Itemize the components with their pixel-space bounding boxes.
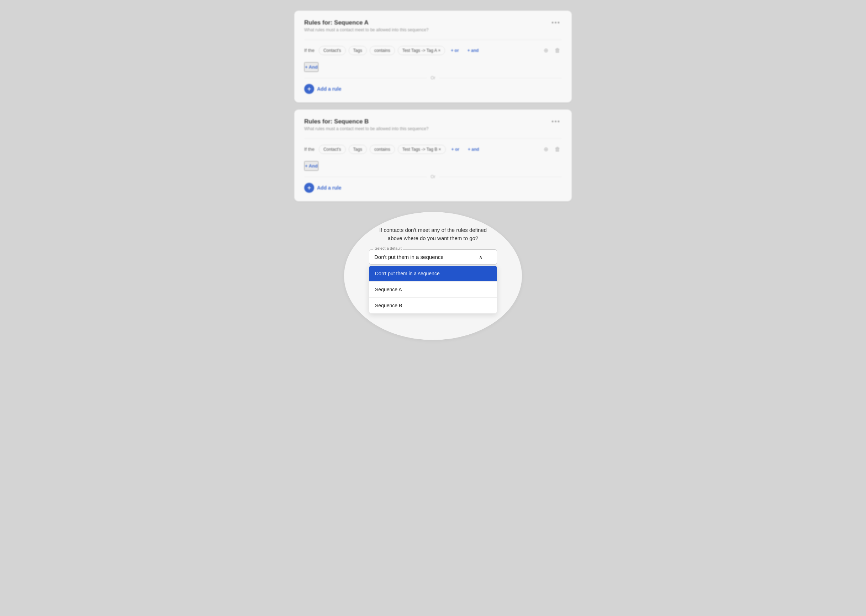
rule-actions-a: ⊕ 🗑 — [542, 46, 562, 55]
if-the-label-b: If the — [304, 146, 315, 152]
dropdown-item-0[interactable]: Don't put them in a sequence — [369, 266, 497, 281]
select-label: Select a default — [373, 246, 403, 250]
rule-card-sequence-a: Rules for: Sequence A What rules must a … — [294, 11, 572, 102]
pill-contacts-b[interactable]: Contact's — [319, 145, 346, 154]
card-header-a: Rules for: Sequence A What rules must a … — [304, 19, 562, 32]
chevron-up-icon: ∧ — [479, 254, 482, 260]
add-circle-b: + — [304, 183, 314, 193]
card-subtitle-b: What rules must a contact meet to be all… — [304, 126, 429, 131]
dropdown-menu: Don't put them in a sequence Sequence A … — [369, 265, 497, 314]
or-btn-b[interactable]: + or — [449, 145, 462, 153]
pill-tags-a[interactable]: Tags — [349, 46, 367, 55]
card-subtitle-a: What rules must a contact meet to be all… — [304, 27, 429, 32]
add-rule-row-b: + Add a rule — [304, 183, 562, 193]
card-title-b: Rules for: Sequence B — [304, 118, 429, 125]
card-title-a: Rules for: Sequence A — [304, 19, 429, 26]
add-and-b[interactable]: + And — [304, 161, 318, 171]
card-header-text-b: Rules for: Sequence B What rules must a … — [304, 118, 429, 131]
delete-rule-a[interactable]: 🗑 — [553, 46, 562, 55]
pill-contains-a[interactable]: contains — [370, 46, 395, 55]
select-container: Select a default Don't put them in a seq… — [369, 249, 497, 314]
if-the-label-a: If the — [304, 48, 315, 53]
pill-contacts-a[interactable]: Contact's — [319, 46, 346, 55]
more-options-b[interactable]: ••• — [550, 118, 562, 126]
and-btn-b[interactable]: + and — [465, 145, 482, 153]
pill-tag-value-b[interactable]: Test Tags -> Tag B × — [398, 145, 446, 154]
rule-row-a: If the Contact's Tags contains Test Tags… — [304, 39, 562, 61]
or-divider-a: Or — [304, 75, 562, 80]
card-header-text-a: Rules for: Sequence A What rules must a … — [304, 19, 429, 32]
and-btn-a[interactable]: + and — [464, 47, 482, 54]
bottom-panel-oval: If contacts don't meet any of the rules … — [344, 212, 522, 340]
rule-actions-b: ⊕ 🗑 — [542, 145, 562, 154]
rule-row-b: If the Contact's Tags contains Test Tags… — [304, 138, 562, 160]
copy-rule-a[interactable]: ⊕ — [542, 46, 550, 55]
add-and-a[interactable]: + And — [304, 62, 318, 72]
add-rule-btn-a[interactable]: + Add a rule — [304, 84, 341, 94]
bottom-panel-wrapper: If contacts don't meet any of the rules … — [294, 212, 572, 340]
more-options-a[interactable]: ••• — [550, 19, 562, 27]
copy-rule-b[interactable]: ⊕ — [542, 145, 550, 154]
or-divider-b: Or — [304, 174, 562, 179]
add-rule-row-a: + Add a rule — [304, 84, 562, 94]
bottom-panel-description: If contacts don't meet any of the rules … — [373, 226, 493, 242]
add-rule-btn-b[interactable]: + Add a rule — [304, 183, 341, 193]
page-container: Rules for: Sequence A What rules must a … — [294, 11, 572, 340]
delete-rule-b[interactable]: 🗑 — [553, 145, 562, 154]
select-value: Don't put them in a sequence — [374, 254, 444, 260]
rule-card-sequence-b: Rules for: Sequence B What rules must a … — [294, 110, 572, 201]
dropdown-item-1[interactable]: Sequence A — [369, 281, 497, 297]
pill-contains-b[interactable]: contains — [370, 145, 395, 154]
pill-tags-b[interactable]: Tags — [349, 145, 367, 154]
select-box[interactable]: Don't put them in a sequence ∧ — [369, 249, 497, 265]
dropdown-item-2[interactable]: Sequence B — [369, 297, 497, 313]
or-btn-a[interactable]: + or — [448, 47, 461, 54]
pill-tag-value-a[interactable]: Test Tags -> Tag A × — [398, 46, 446, 55]
card-header-b: Rules for: Sequence B What rules must a … — [304, 118, 562, 131]
add-circle-a: + — [304, 84, 314, 94]
